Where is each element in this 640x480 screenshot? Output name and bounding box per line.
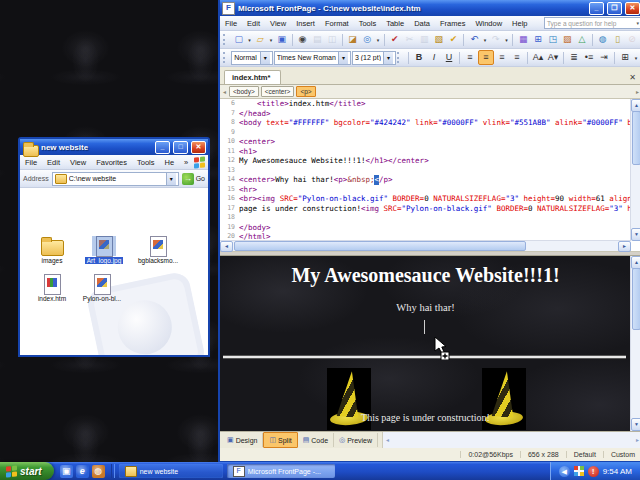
code-pane[interactable]: 6 <title>index.htm</title>7</head>8<body…	[220, 99, 640, 252]
scroll-thumb[interactable]	[632, 268, 640, 330]
align-left-icon[interactable]: ≡	[463, 51, 477, 64]
tray-chevron-icon[interactable]: ◀	[559, 466, 570, 477]
close-button[interactable]: ✕	[191, 141, 206, 154]
menu-item-window[interactable]: Window	[470, 18, 507, 29]
file-item-pylon-on-bl-[interactable]: Pylon-on-bl...	[76, 274, 128, 302]
code-line[interactable]: 15<hr>	[220, 185, 631, 195]
menu-item-edit[interactable]: Edit	[242, 18, 265, 29]
italic-icon[interactable]: I	[427, 51, 441, 64]
menu-item-help[interactable]: Help	[507, 18, 532, 29]
code-line[interactable]: 14<center>Why hai thar!<p>&nbsp;</p>	[220, 175, 631, 185]
save-icon[interactable]: ▣	[275, 33, 289, 46]
address-input[interactable]: C:\new website ▾	[52, 172, 179, 186]
help-question-box[interactable]: Type a question for help ▾	[544, 17, 640, 29]
insert-table-icon[interactable]: ⊞	[531, 33, 545, 46]
drawing-icon[interactable]: △	[575, 33, 589, 46]
code-line[interactable]: 17page is under construction!<img SRC="P…	[220, 204, 631, 214]
bullets-icon[interactable]: •≡	[582, 51, 596, 64]
maximize-button[interactable]: □	[173, 141, 188, 154]
font-size-select[interactable]: 3 (12 pt) ▾	[352, 51, 396, 65]
code-line[interactable]: 19</body>	[220, 223, 631, 233]
scroll-left-icon[interactable]: ◄	[220, 241, 233, 252]
menu-item-frames[interactable]: Frames	[435, 18, 470, 29]
dropdown-icon[interactable]: ▾	[166, 173, 176, 185]
code-horizontal-scrollbar[interactable]: ◄ ►	[220, 240, 631, 251]
format-painter-icon[interactable]: ✔	[447, 33, 461, 46]
dropdown-icon[interactable]: ▾	[268, 37, 274, 43]
paste-icon[interactable]: ▧	[432, 33, 446, 46]
hyperlink-icon[interactable]: ◍	[596, 33, 610, 46]
view-tab-design[interactable]: ▣Design	[222, 433, 263, 447]
scroll-thumb[interactable]	[632, 111, 640, 165]
internet-explorer-icon[interactable]: e	[76, 465, 89, 478]
underline-icon[interactable]: U	[442, 51, 456, 64]
code-line[interactable]: 13	[220, 166, 631, 176]
menu-item-format[interactable]: Format	[320, 18, 354, 29]
menu-overflow-icon[interactable]: »	[179, 157, 193, 168]
close-button[interactable]: ✕	[625, 2, 640, 15]
menu-item-view[interactable]: View	[65, 157, 91, 168]
quick-tag-p[interactable]: <p>	[296, 86, 315, 97]
code-line[interactable]: 11<h1>	[220, 147, 631, 157]
messenger-icon[interactable]	[574, 466, 584, 476]
dropdown-icon[interactable]: ▾	[633, 55, 639, 61]
security-alert-icon[interactable]: !	[588, 466, 599, 477]
menu-item-favorites[interactable]: Favorites	[91, 157, 132, 168]
code-vertical-scrollbar[interactable]: ▲ ▼	[630, 99, 640, 241]
media-player-icon[interactable]: ◍	[92, 465, 105, 478]
design-horizontal-scrollbar[interactable]: ◄►	[382, 432, 640, 448]
quick-tag-center[interactable]: <center>	[261, 86, 295, 97]
shrink-font-icon[interactable]: A▾	[546, 51, 560, 64]
code-editor[interactable]: 6 <title>index.htm</title>7</head>8<body…	[220, 99, 631, 241]
code-line[interactable]: 12My Awesomesauce Website!!!1!</h1></cen…	[220, 156, 631, 166]
code-line[interactable]: 7</head>	[220, 109, 631, 119]
open-icon[interactable]: ▱	[253, 33, 267, 46]
dropdown-icon[interactable]: ▾	[375, 37, 381, 43]
scroll-down-icon[interactable]: ▼	[631, 228, 640, 241]
restore-button[interactable]: ❐	[607, 2, 622, 15]
file-item-bgblacksmo-[interactable]: bgblacksmo...	[132, 236, 184, 264]
view-tab-preview[interactable]: ◎Preview	[334, 433, 378, 447]
toolbar-grip[interactable]	[223, 34, 228, 45]
font-select[interactable]: Times New Roman ▾	[274, 51, 351, 65]
scroll-left-icon[interactable]: ◄	[385, 437, 390, 443]
web-component-icon[interactable]: ▦	[516, 33, 530, 46]
menu-item-table[interactable]: Table	[381, 18, 409, 29]
toolbar-grip[interactable]	[397, 52, 402, 63]
menu-item-he[interactable]: He	[160, 157, 180, 168]
justify-icon[interactable]: ≡	[510, 51, 524, 64]
go-button[interactable]: → Go	[182, 173, 205, 185]
minimize-button[interactable]: _	[589, 2, 604, 15]
show-desktop-icon[interactable]: ▣	[60, 465, 73, 478]
indent-icon[interactable]: ⇥	[597, 51, 611, 64]
tab-close-icon[interactable]: ✕	[629, 73, 640, 84]
taskbar-button-new-website[interactable]: new website	[119, 464, 223, 478]
insert-picture-icon[interactable]: ▨	[561, 33, 575, 46]
style-select[interactable]: Normal ▾	[231, 51, 273, 65]
menu-item-tools[interactable]: Tools	[354, 18, 382, 29]
menu-item-file[interactable]: File	[20, 157, 42, 168]
code-line[interactable]: 8<body text="#FFFFFF" bgcolor="#424242" …	[220, 118, 631, 128]
code-line[interactable]: 18	[220, 213, 631, 223]
view-tab-code[interactable]: ▤Code	[298, 433, 334, 447]
quick-tag-body[interactable]: <body>	[229, 86, 259, 97]
code-line[interactable]: 16<br><img SRC="Pylon-on-black.gif" BORD…	[220, 194, 631, 204]
file-item-art-logo-jpg[interactable]: Art_logo.jpg	[78, 236, 130, 264]
document-tab[interactable]: index.htm*	[224, 70, 281, 84]
align-right-icon[interactable]: ≡	[495, 51, 509, 64]
frontpage-titlebar[interactable]: F Microsoft FrontPage - C:\new website\i…	[220, 0, 640, 16]
file-item-images[interactable]: images	[26, 236, 78, 264]
spelling-icon[interactable]: ✔	[388, 33, 402, 46]
preview-browser-icon[interactable]: ◎	[360, 33, 374, 46]
numbering-icon[interactable]: ≣	[567, 51, 581, 64]
menu-item-data[interactable]: Data	[409, 18, 435, 29]
toolbar-grip[interactable]	[223, 52, 227, 63]
document-icon[interactable]: ▯	[611, 33, 625, 46]
dropdown-icon[interactable]: ▾	[482, 37, 488, 43]
menu-item-tools[interactable]: Tools	[132, 157, 160, 168]
start-button[interactable]: start	[0, 462, 54, 480]
find-icon[interactable]: ◉	[296, 33, 310, 46]
borders-icon[interactable]: ⊞	[618, 51, 632, 64]
dropdown-icon[interactable]: ▾	[247, 37, 253, 43]
scroll-thumb[interactable]	[234, 241, 526, 251]
